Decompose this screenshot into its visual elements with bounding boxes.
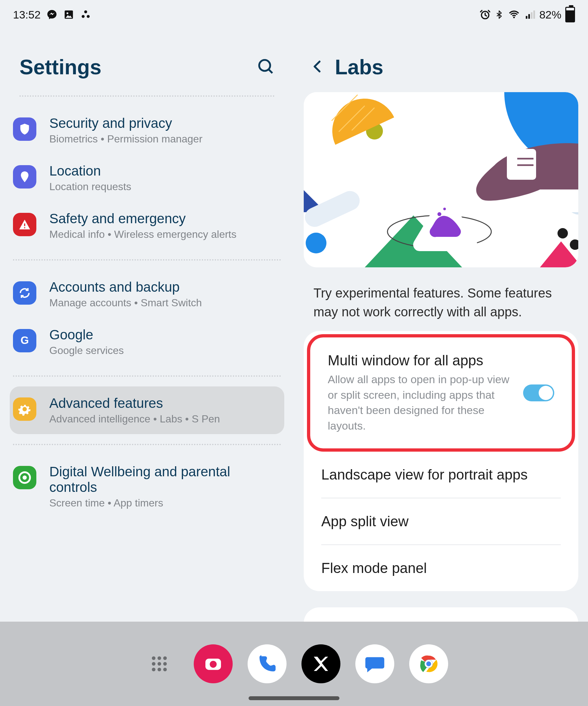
status-bar: 13:52 82% (0, 0, 588, 29)
svg-point-4 (87, 15, 89, 18)
settings-pane: Settings Security and privacy Biometrics… (0, 29, 294, 622)
messenger-icon (46, 9, 57, 20)
svg-point-41 (158, 662, 161, 666)
dock-bar (0, 622, 588, 706)
row-title: Landscape view for portrait apps (321, 467, 527, 483)
item-sub: Manage accounts • Smart Switch (49, 297, 202, 309)
svg-point-44 (158, 668, 161, 671)
svg-point-39 (163, 656, 167, 660)
item-sub: Advanced intelligence • Labs • S Pen (49, 413, 220, 425)
row-flex-mode[interactable]: Flex mode panel (321, 544, 561, 591)
item-security[interactable]: Security and privacy Biometrics • Permis… (10, 107, 284, 154)
shield-icon (13, 117, 36, 141)
svg-point-34 (437, 212, 441, 216)
svg-point-3 (82, 15, 85, 18)
chrome-app-icon[interactable] (409, 644, 448, 683)
svg-point-29 (557, 228, 568, 238)
camera-app-icon[interactable] (194, 644, 233, 683)
dots-icon (80, 9, 91, 20)
battery-icon (565, 7, 575, 23)
svg-rect-9 (531, 12, 533, 19)
svg-point-13 (23, 174, 26, 177)
item-wellbeing[interactable]: Digital Wellbeing and parental controls … (10, 455, 284, 518)
svg-point-38 (158, 656, 161, 660)
row-multi-window[interactable]: Multi window for all apps Allow all apps… (310, 338, 572, 448)
labs-pane: Labs (294, 29, 588, 622)
row-split-view[interactable]: App split view (321, 498, 561, 544)
svg-text:G: G (21, 334, 29, 346)
google-icon: G (13, 329, 36, 352)
alert-icon (13, 213, 36, 236)
item-sub: Location requests (49, 181, 131, 193)
item-title: Security and privacy (49, 116, 202, 131)
row-sub: Allow all apps to open in pop-up view or… (328, 372, 513, 433)
svg-point-45 (163, 668, 167, 671)
item-advanced-features[interactable]: Advanced features Advanced intelligence … (10, 386, 284, 434)
home-indicator[interactable] (248, 696, 340, 700)
wifi-icon (508, 9, 520, 20)
item-title: Advanced features (49, 395, 220, 411)
battery-percent: 82% (539, 8, 561, 21)
svg-point-2 (84, 10, 87, 13)
svg-point-43 (152, 668, 155, 671)
item-title: Accounts and backup (49, 279, 202, 295)
app-drawer-icon[interactable] (140, 644, 179, 683)
back-button[interactable] (310, 59, 325, 75)
labs-group-1: Multi window for all apps Allow all apps… (304, 331, 578, 591)
pin-icon (13, 165, 36, 189)
item-sub: Screen time • App timers (49, 497, 281, 509)
sync-icon (13, 281, 36, 305)
bluetooth-icon (495, 9, 504, 20)
labs-illustration (304, 92, 578, 267)
svg-rect-10 (534, 10, 535, 19)
toggle-multi-window[interactable] (523, 385, 554, 401)
item-title: Digital Wellbeing and parental controls (49, 464, 281, 495)
x-app-icon[interactable] (302, 644, 341, 683)
gallery-icon (63, 9, 74, 20)
item-title: Location (49, 163, 131, 179)
settings-title: Settings (19, 55, 101, 79)
item-sub: Medical info • Wireless emergency alerts (49, 228, 237, 240)
svg-line-12 (269, 70, 272, 73)
svg-point-40 (152, 662, 155, 666)
svg-rect-15 (24, 227, 25, 228)
search-icon[interactable] (257, 58, 275, 77)
row-title: Multi window for all apps (328, 352, 513, 368)
svg-rect-7 (526, 16, 527, 19)
item-title: Safety and emergency (49, 211, 237, 227)
item-title: Google (49, 327, 124, 343)
alarm-icon (480, 9, 491, 20)
item-location[interactable]: Location Location requests (10, 154, 284, 202)
svg-point-6 (513, 16, 515, 18)
highlight-annotation: Multi window for all apps Allow all apps… (307, 334, 575, 452)
svg-point-1 (67, 12, 69, 14)
svg-point-11 (259, 60, 270, 71)
phone-app-icon[interactable] (247, 644, 286, 683)
item-accounts[interactable]: Accounts and backup Manage accounts • Sm… (10, 270, 284, 318)
svg-point-37 (152, 656, 155, 660)
svg-point-18 (23, 476, 27, 480)
gear-icon (13, 397, 36, 421)
item-sub: Biometrics • Permission manager (49, 133, 202, 145)
item-safety[interactable]: Safety and emergency Medical info • Wire… (10, 202, 284, 249)
row-title: App split view (321, 513, 408, 530)
svg-rect-8 (528, 14, 530, 19)
svg-point-26 (306, 233, 326, 253)
row-title: Flex mode panel (321, 560, 427, 576)
labs-title: Labs (335, 55, 383, 79)
item-google[interactable]: G Google Google services (10, 318, 284, 366)
svg-rect-14 (24, 224, 25, 226)
messages-app-icon[interactable] (355, 644, 394, 683)
status-time: 13:52 (13, 8, 41, 21)
svg-point-50 (425, 661, 432, 667)
row-landscape[interactable]: Landscape view for portrait apps (304, 452, 578, 498)
signal-icon (524, 9, 536, 20)
labs-description: Try experimental features. Some features… (304, 267, 578, 331)
svg-point-42 (163, 662, 167, 666)
svg-point-47 (210, 661, 217, 668)
wellbeing-icon (13, 466, 36, 489)
svg-point-35 (443, 208, 446, 210)
item-sub: Google services (49, 345, 124, 357)
